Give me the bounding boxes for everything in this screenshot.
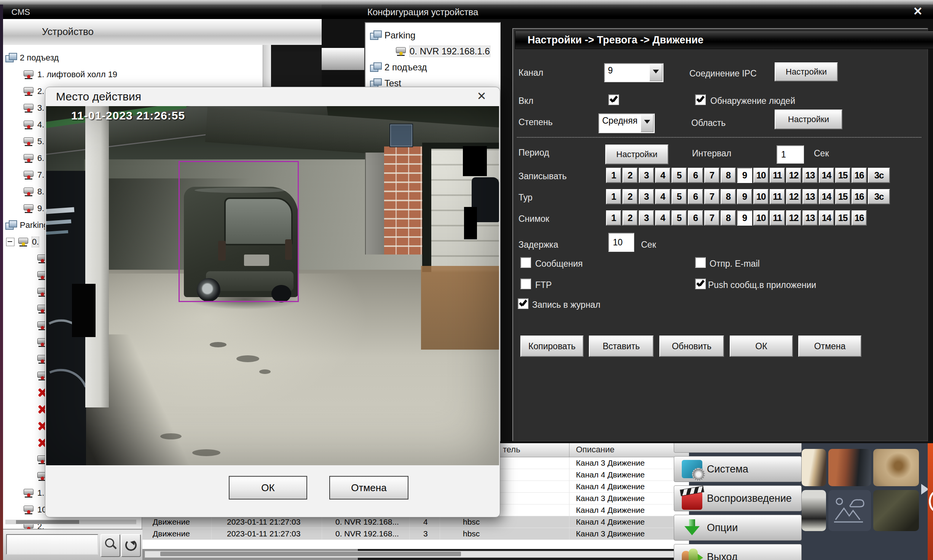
cancel-button[interactable]: Отмена <box>798 336 861 357</box>
table-hscrollbar[interactable] <box>145 551 687 558</box>
channel-button[interactable]: 16 <box>852 189 867 204</box>
email-checkbox[interactable] <box>695 257 706 268</box>
paste-button[interactable]: Вставить <box>589 336 654 357</box>
close-icon[interactable]: ✕ <box>909 5 926 18</box>
channel-button[interactable]: 12 <box>786 189 801 204</box>
channel-button[interactable]: 8 <box>721 189 736 204</box>
area-settings-button[interactable]: Настройки <box>775 110 842 129</box>
log-column-header[interactable]: Описание <box>569 443 689 457</box>
channel-all-button[interactable]: 3с <box>868 168 890 183</box>
tree-hscrollbar[interactable] <box>5 520 136 524</box>
tree-item[interactable]: 2 подъезд <box>3 49 263 66</box>
channel-button[interactable]: 15 <box>835 189 850 204</box>
channel-button[interactable]: 13 <box>802 210 818 226</box>
config-title-bar[interactable]: Конфигурация устройства ✕ <box>322 5 933 19</box>
channel-button[interactable]: 10 <box>753 189 769 204</box>
tree-collapse-icon[interactable] <box>6 238 14 246</box>
no-signal-placeholder[interactable] <box>828 490 871 531</box>
channel-button[interactable]: 7 <box>704 210 719 226</box>
config-tree-item[interactable]: 0. NVR 192.168.1.6 <box>365 43 500 59</box>
channel-button[interactable]: 4 <box>655 210 670 226</box>
dialog-ok-button[interactable]: ОК <box>229 476 307 500</box>
menu-item-Воспроизведение[interactable]: Воспроизведение <box>674 485 802 511</box>
channel-button[interactable]: 6 <box>688 168 703 183</box>
channel-button[interactable]: 15 <box>835 168 850 183</box>
ok-button[interactable]: ОК <box>730 336 793 357</box>
channel-button[interactable]: 1 <box>606 210 621 226</box>
message-checkbox[interactable] <box>520 257 531 268</box>
menu-item-Система[interactable]: Система <box>674 456 802 482</box>
channel-button[interactable]: 7 <box>704 168 719 183</box>
channel-button[interactable]: 13 <box>802 168 818 183</box>
channel-button[interactable]: 4 <box>655 168 670 183</box>
preview-garage-car[interactable] <box>802 490 826 531</box>
channel-button[interactable]: 8 <box>721 210 736 226</box>
channel-select[interactable]: 9 <box>604 63 663 82</box>
channel-button[interactable]: 6 <box>688 189 703 204</box>
tree-hscroll-thumb[interactable] <box>16 520 79 524</box>
preview-brick-driveway[interactable] <box>828 449 871 486</box>
delay-input[interactable] <box>608 233 634 252</box>
close-icon[interactable]: ✕ <box>474 89 489 103</box>
channel-button[interactable]: 9 <box>737 210 752 226</box>
human-detect-checkbox[interactable] <box>695 94 706 105</box>
channel-button[interactable]: 2 <box>622 210 638 226</box>
channel-button[interactable]: 2 <box>622 189 638 204</box>
channel-all-button[interactable]: 3с <box>868 189 890 204</box>
channel-button[interactable]: 10 <box>753 168 769 183</box>
log-row[interactable]: Движение2023-01-11 21:27:030. NVR 192.16… <box>142 516 689 528</box>
channel-button[interactable]: 12 <box>786 168 801 183</box>
channel-button[interactable]: 3 <box>639 189 654 204</box>
preview-weapons-table[interactable] <box>873 490 919 531</box>
ftp-checkbox[interactable] <box>520 278 531 289</box>
channel-button[interactable]: 5 <box>671 168 687 183</box>
ipc-settings-button[interactable]: Настройки <box>775 62 838 81</box>
channel-button[interactable]: 1 <box>606 189 621 204</box>
channel-button[interactable]: 14 <box>819 189 834 204</box>
channel-button[interactable]: 8 <box>721 168 736 183</box>
channel-button[interactable]: 16 <box>852 168 867 183</box>
channel-button[interactable]: 3 <box>639 210 654 226</box>
channel-button[interactable]: 11 <box>770 168 785 183</box>
refresh-button[interactable] <box>121 534 141 557</box>
menu-item-Опции[interactable]: Опции <box>674 515 802 541</box>
copy-button[interactable]: Копировать <box>520 336 584 357</box>
channel-button[interactable]: 2 <box>622 168 638 183</box>
channel-button[interactable]: 7 <box>704 189 719 204</box>
dialog-cancel-button[interactable]: Отмена <box>329 476 408 500</box>
enable-checkbox[interactable] <box>608 94 619 105</box>
refresh-settings-button[interactable]: Обновить <box>659 336 724 357</box>
channel-button[interactable]: 16 <box>852 210 867 226</box>
channel-button[interactable]: 11 <box>770 189 785 204</box>
channel-button[interactable]: 15 <box>835 210 850 226</box>
channel-button[interactable]: 5 <box>671 210 687 226</box>
channel-button[interactable]: 3 <box>639 168 654 183</box>
level-select[interactable]: Средняя <box>598 113 655 133</box>
interval-input[interactable] <box>777 145 804 164</box>
table-hscroll-thumb[interactable] <box>160 552 461 556</box>
chevron-down-icon[interactable] <box>649 64 662 81</box>
journal-checkbox[interactable] <box>518 298 528 309</box>
channel-button[interactable]: 14 <box>819 168 834 183</box>
tree-item[interactable]: 1. лифтовой холл 19 <box>3 66 263 83</box>
cms-title-bar[interactable]: CMS <box>3 5 358 19</box>
chevron-down-icon[interactable] <box>641 115 654 132</box>
channel-button[interactable]: 9 <box>737 168 752 183</box>
config-tree-item[interactable]: 2 подъезд <box>365 59 500 75</box>
channel-button[interactable]: 9 <box>737 189 752 204</box>
channel-button[interactable]: 1 <box>606 168 621 183</box>
channel-button[interactable]: 6 <box>688 210 703 226</box>
preview-ground[interactable] <box>873 449 919 486</box>
push-checkbox[interactable] <box>695 278 706 289</box>
channel-button[interactable]: 13 <box>802 189 818 204</box>
channel-button[interactable]: 5 <box>671 189 687 204</box>
channel-button[interactable]: 11 <box>770 210 785 226</box>
config-tree-item[interactable]: Parking <box>365 27 500 43</box>
period-settings-button[interactable]: Настройки <box>605 145 668 164</box>
menu-item-Выход[interactable]: Выход <box>674 544 802 560</box>
channel-button[interactable]: 10 <box>753 210 769 226</box>
channel-button[interactable]: 12 <box>786 210 801 226</box>
channel-button[interactable]: 4 <box>655 189 670 204</box>
log-row[interactable]: Движение2023-01-11 21:27:030. NVR 192.16… <box>142 528 689 540</box>
preview-tiled-wall[interactable] <box>802 449 826 486</box>
